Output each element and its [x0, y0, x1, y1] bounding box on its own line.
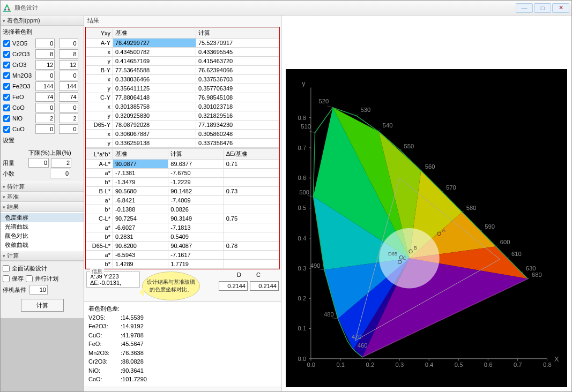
svg-line-23 — [318, 269, 324, 270]
chromaticity-chart[interactable]: 4604704804905005105205305405505605705805… — [286, 69, 567, 387]
svg-text:680: 680 — [532, 272, 542, 278]
colorant-name: CoO — [12, 102, 35, 113]
colorant-v2-CrO3[interactable] — [59, 60, 78, 70]
colorant-checkbox-NiO[interactable] — [3, 115, 10, 122]
colorant-v1-CoO[interactable] — [35, 103, 55, 112]
stop-condition-input[interactable] — [29, 285, 48, 295]
colorant-v1-Mn2O3[interactable] — [35, 71, 55, 80]
svg-text:0.6: 0.6 — [484, 361, 493, 368]
svg-text:y: y — [302, 79, 306, 87]
colorant-v2-Cr2O3[interactable] — [59, 49, 78, 59]
colorant-v2-Fe2O3[interactable] — [59, 81, 78, 91]
minimize-button[interactable]: — — [516, 3, 533, 13]
colorant-name: Cr2O3 — [12, 49, 35, 59]
colorant-checkbox-CuO[interactable] — [3, 126, 10, 133]
result-data-box: Yxy基准计算A-Y76.4929972775.52370917x0.43450… — [85, 27, 280, 269]
colorant-checkbox-FeO[interactable] — [3, 94, 10, 101]
svg-line-47 — [508, 257, 509, 258]
svg-text:470: 470 — [352, 334, 362, 340]
colorant-v1-CuO[interactable] — [35, 124, 55, 134]
parallel-checkbox[interactable]: 并行计划 — [26, 275, 58, 283]
svg-text:490: 490 — [310, 262, 321, 269]
svg-text:B: B — [414, 245, 417, 251]
colorant-v2-Mn2O3[interactable] — [59, 71, 78, 80]
colorant-v2-V2O5[interactable] — [59, 39, 78, 48]
svg-line-21 — [332, 318, 338, 319]
colorant-v1-V2O5[interactable] — [35, 39, 55, 48]
svg-line-19 — [347, 341, 349, 342]
colorant-v2-CuO[interactable] — [59, 124, 78, 134]
colorant-name: Mn2O3 — [12, 70, 35, 81]
colorant-v1-NiO[interactable] — [35, 114, 55, 123]
svg-text:0.4: 0.4 — [298, 235, 307, 242]
colorant-v2-NiO[interactable] — [59, 114, 78, 123]
svg-text:540: 540 — [383, 122, 393, 129]
titlebar: 颜色设计 — □ ✕ — [1, 1, 571, 16]
result-item-2[interactable]: 颜色对比 — [1, 231, 84, 240]
c-value-input[interactable] — [250, 281, 279, 291]
svg-text:C: C — [403, 255, 406, 261]
colorant-name: Fe2O3 — [12, 81, 35, 92]
colorant-checkbox-Fe2O3[interactable] — [3, 83, 10, 90]
usage-upper-input[interactable] — [51, 158, 71, 168]
colorant-checkbox-V2O5[interactable] — [3, 40, 10, 47]
svg-text:0.7: 0.7 — [298, 145, 307, 151]
svg-text:0.5: 0.5 — [455, 361, 463, 368]
svg-text:510: 510 — [301, 123, 311, 130]
colorant-v1-FeO[interactable] — [35, 92, 55, 102]
svg-text:460: 460 — [358, 342, 368, 349]
colorant-v2-CoO[interactable] — [59, 103, 78, 112]
colorant-v1-Cr2O3[interactable] — [35, 49, 55, 59]
colorant-name: CuO — [12, 124, 35, 134]
maximize-button[interactable]: □ — [534, 3, 551, 13]
svg-text:0.1: 0.1 — [336, 361, 345, 368]
svg-line-49 — [522, 272, 523, 273]
middle-pane: 结果 Yxy基准计算A-Y76.4929972775.52370917x0.43… — [84, 16, 281, 391]
calc-header[interactable]: ▾计算 — [1, 251, 84, 261]
colorant-name: CrO3 — [12, 59, 35, 70]
full-design-checkbox[interactable]: 全面试验设计 — [3, 265, 81, 273]
left-sidebar: ▾着色剂(ppm) 选择着色剂 V2O5 Cr2O3 CrO3 Mn2O3 Fe… — [1, 16, 84, 391]
info-line-2: ΔE:-0.0131, — [90, 280, 136, 286]
colorant-checkbox-CrO3[interactable] — [3, 62, 10, 69]
svg-text:0.0: 0.0 — [307, 361, 315, 368]
result-item-3[interactable]: 收敛曲线 — [1, 240, 84, 250]
colorant-name: NiO — [12, 113, 35, 124]
svg-text:550: 550 — [404, 143, 414, 149]
svg-text:0.2: 0.2 — [298, 295, 307, 301]
colorant-v1-Fe2O3[interactable] — [35, 81, 55, 91]
svg-line-51 — [528, 278, 530, 279]
calc-button[interactable]: 计算 — [21, 299, 64, 312]
colorant-group-header[interactable]: ▾着色剂(ppm) — [1, 16, 84, 26]
svg-text:560: 560 — [425, 163, 435, 170]
save-checkbox[interactable]: 保存 — [3, 275, 24, 283]
svg-text:580: 580 — [466, 205, 477, 211]
close-button[interactable]: ✕ — [552, 3, 569, 13]
svg-text:0.8: 0.8 — [298, 115, 307, 121]
svg-line-45 — [496, 246, 497, 247]
svg-line-29 — [327, 106, 333, 108]
colorant-checkbox-Cr2O3[interactable] — [3, 51, 10, 58]
svg-line-33 — [378, 130, 380, 131]
svg-text:0.0: 0.0 — [298, 356, 307, 362]
svg-text:X: X — [554, 355, 559, 363]
waitcalc-header[interactable]: ▾待计算 — [1, 182, 84, 192]
svg-line-43 — [481, 230, 482, 231]
svg-point-2 — [6, 5, 8, 7]
svg-point-1 — [8, 9, 10, 10]
svg-text:0.5: 0.5 — [298, 205, 307, 211]
result-item-0[interactable]: 色度坐标 — [1, 213, 84, 222]
result-item-1[interactable]: 光谱曲线 — [1, 222, 84, 231]
colorant-checkbox-Mn2O3[interactable] — [3, 72, 10, 79]
colorant-v2-FeO[interactable] — [59, 92, 78, 102]
svg-line-39 — [442, 191, 443, 192]
result-header[interactable]: ▾结果 — [1, 202, 84, 212]
decimal-input[interactable] — [50, 169, 70, 178]
base-header[interactable]: ▾基准 — [1, 192, 84, 202]
usage-lower-input[interactable] — [28, 158, 49, 168]
d-value-input[interactable] — [219, 281, 248, 291]
colorant-checkbox-CoO[interactable] — [3, 104, 10, 111]
svg-point-14 — [379, 228, 440, 289]
svg-text:0.2: 0.2 — [366, 361, 375, 368]
colorant-v1-CrO3[interactable] — [35, 60, 55, 70]
